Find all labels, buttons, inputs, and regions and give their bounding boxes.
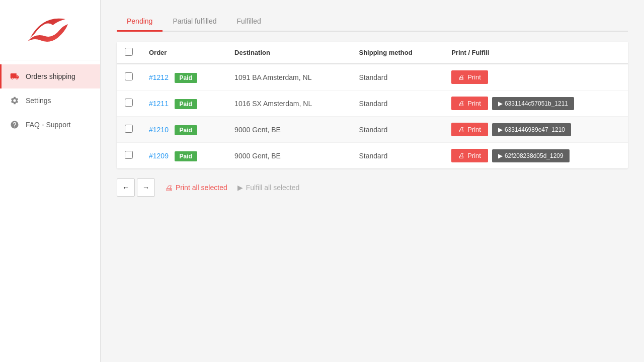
bottom-bar: ← → 🖨 Print all selected ▶ Fulfill all s… — [117, 178, 628, 197]
shipping-method-cell: Standard — [351, 117, 444, 143]
pagination: ← → — [117, 178, 155, 197]
fulfill-button-1211[interactable]: ▶ 6331144c57051b_1211 — [492, 97, 574, 110]
sidebar-item-orders-shipping[interactable]: Orders shipping — [0, 64, 100, 88]
print-button-1212[interactable]: 🖨 Print — [451, 70, 488, 84]
order-link-1211[interactable]: #1211 — [149, 100, 169, 108]
print-button-1210[interactable]: 🖨 Print — [451, 123, 488, 136]
orders-table: Order Destination Shipping method Print … — [117, 42, 628, 168]
destination-cell: 9000 Gent, BE — [226, 143, 351, 169]
order-cell: #1209 Paid — [141, 143, 226, 169]
destination-column-header: Destination — [226, 42, 351, 64]
print-all-selected-button[interactable]: 🖨 Print all selected — [165, 184, 227, 192]
row-checkbox-1212[interactable] — [125, 72, 133, 80]
fulfill-button-1210[interactable]: ▶ 6331446989e47_1210 — [492, 123, 571, 136]
gear-icon — [10, 96, 20, 106]
order-link-1210[interactable]: #1210 — [149, 126, 169, 134]
print-button-1211[interactable]: 🖨 Print — [451, 97, 488, 110]
select-all-checkbox[interactable] — [125, 48, 133, 56]
table-row: #1209 Paid 9000 Gent, BE Standard 🖨 Prin… — [117, 143, 628, 169]
shipping-method-cell: Standard — [351, 90, 444, 117]
tab-bar: Pending Partial fulfilled Fulfilled — [117, 12, 628, 32]
print-fulfill-cell: 🖨 Print ▶ 62f208238d05d_1209 — [443, 143, 628, 169]
table-row: #1210 Paid 9000 Gent, BE Standard 🖨 Prin… — [117, 117, 628, 143]
tab-fulfilled[interactable]: Fulfilled — [227, 12, 271, 32]
paid-badge: Paid — [175, 125, 197, 135]
print-button-1209[interactable]: 🖨 Print — [451, 149, 488, 162]
print-fulfill-cell: 🖨 Print ▶ 6331446989e47_1210 — [443, 117, 628, 143]
fulfill-all-selected-button[interactable]: ▶ Fulfill all selected — [237, 184, 300, 192]
printer-icon: 🖨 — [165, 184, 173, 192]
printer-btn-icon: 🖨 — [458, 73, 465, 81]
printer-btn-icon: 🖨 — [458, 100, 465, 107]
fulfill-btn-icon: ▶ — [498, 100, 503, 107]
row-checkbox-cell — [117, 117, 141, 143]
shipping-method-cell: Standard — [351, 64, 444, 90]
main-content: Pending Partial fulfilled Fulfilled Orde… — [101, 0, 644, 362]
logo-container — [0, 0, 100, 60]
order-link-1212[interactable]: #1212 — [149, 73, 169, 81]
sidebar-item-settings[interactable]: Settings — [0, 88, 100, 113]
table-row: #1211 Paid 1016 SX Amsterdam, NL Standar… — [117, 90, 628, 117]
fulfill-btn-icon: ▶ — [498, 152, 503, 159]
print-fulfill-column-header: Print / Fulfill — [443, 42, 628, 64]
row-checkbox-1211[interactable] — [125, 99, 133, 107]
orders-table-container: Order Destination Shipping method Print … — [117, 42, 628, 168]
next-page-button[interactable]: → — [137, 178, 155, 197]
order-column-header: Order — [141, 42, 226, 64]
paid-badge: Paid — [175, 151, 197, 161]
truck-icon — [10, 71, 20, 81]
sidebar-item-faq-support[interactable]: FAQ - Support — [0, 113, 100, 137]
shipping-method-cell: Standard — [351, 143, 444, 169]
order-cell: #1212 Paid — [141, 64, 226, 90]
orders-table-body: #1212 Paid 1091 BA Amsterdam, NL Standar… — [117, 64, 628, 168]
fulfill-btn-icon: ▶ — [498, 126, 503, 133]
sidebar-item-orders-shipping-label: Orders shipping — [26, 72, 75, 80]
row-checkbox-cell — [117, 143, 141, 169]
table-row: #1212 Paid 1091 BA Amsterdam, NL Standar… — [117, 64, 628, 90]
sidebar-navigation: Orders shipping Settings FAQ - Support — [0, 60, 100, 137]
order-cell: #1211 Paid — [141, 90, 226, 117]
brand-logo — [20, 10, 80, 50]
order-cell: #1210 Paid — [141, 117, 226, 143]
select-all-header — [117, 42, 141, 64]
print-fulfill-cell: 🖨 Print ▶ 6331144c57051b_1211 — [443, 90, 628, 117]
shipping-method-column-header: Shipping method — [351, 42, 444, 64]
help-icon — [10, 120, 20, 130]
row-checkbox-cell — [117, 64, 141, 90]
row-checkbox-1209[interactable] — [125, 151, 133, 159]
row-checkbox-1210[interactable] — [125, 125, 133, 133]
destination-cell: 9000 Gent, BE — [226, 117, 351, 143]
order-link-1209[interactable]: #1209 — [149, 152, 169, 160]
print-fulfill-cell: 🖨 Print — [443, 64, 628, 90]
paid-badge: Paid — [175, 99, 197, 109]
destination-cell: 1016 SX Amsterdam, NL — [226, 90, 351, 117]
tab-partial-fulfilled[interactable]: Partial fulfilled — [163, 12, 226, 32]
sidebar: Orders shipping Settings FAQ - Support — [0, 0, 101, 362]
sidebar-item-faq-label: FAQ - Support — [26, 121, 70, 129]
row-checkbox-cell — [117, 90, 141, 117]
printer-btn-icon: 🖨 — [458, 126, 465, 133]
tab-pending[interactable]: Pending — [117, 12, 163, 32]
printer-btn-icon: 🖨 — [458, 152, 465, 159]
fulfill-icon: ▶ — [237, 184, 243, 192]
paid-badge: Paid — [175, 73, 197, 83]
prev-page-button[interactable]: ← — [117, 178, 135, 197]
table-header-row: Order Destination Shipping method Print … — [117, 42, 628, 64]
fulfill-button-1209[interactable]: ▶ 62f208238d05d_1209 — [492, 149, 570, 162]
destination-cell: 1091 BA Amsterdam, NL — [226, 64, 351, 90]
sidebar-item-settings-label: Settings — [26, 97, 51, 105]
